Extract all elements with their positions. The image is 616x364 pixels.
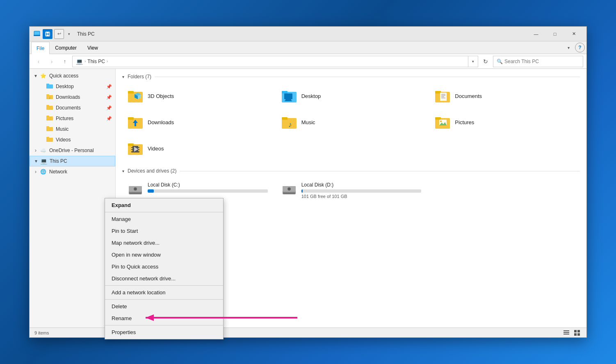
sidebar-item-onedrive[interactable]: › ☁️ OneDrive - Personal — [30, 145, 115, 156]
svg-rect-1 — [34, 35, 40, 36]
tab-computer[interactable]: Computer — [50, 41, 82, 54]
search-input[interactable] — [504, 59, 579, 64]
ctx-pin-quick-access[interactable]: Pin to Quick access — [105, 261, 223, 273]
svg-rect-3 — [46, 32, 49, 34]
ctx-rename[interactable]: Rename — [105, 312, 223, 324]
forward-button[interactable]: › — [46, 56, 57, 67]
svg-rect-55 — [138, 150, 139, 151]
svg-text:♪: ♪ — [288, 121, 292, 129]
drive-d-bar-fill — [301, 189, 303, 193]
pictures-icon — [434, 114, 451, 130]
ribbon-collapse-button[interactable]: ▾ — [564, 43, 573, 52]
sidebar-item-documents[interactable]: Documents 📌 — [30, 102, 115, 113]
minimize-button[interactable]: — — [527, 27, 545, 41]
ctx-expand[interactable]: Expand — [105, 199, 223, 211]
ctx-manage[interactable]: Manage — [105, 213, 223, 225]
svg-rect-6 — [46, 84, 49, 85]
tab-file[interactable]: File — [31, 42, 50, 54]
drive-d-free: 101 GB free of 101 GB — [301, 194, 422, 199]
sidebar-item-desktop[interactable]: Desktop 📌 — [30, 81, 115, 92]
folder-item-desktop[interactable]: Desktop — [276, 84, 427, 107]
svg-rect-64 — [283, 193, 295, 194]
close-button[interactable]: ✕ — [564, 27, 583, 41]
search-box[interactable]: 🔍 — [493, 56, 583, 67]
up-button[interactable]: ↑ — [59, 56, 71, 67]
svg-rect-51 — [131, 148, 132, 149]
ctx-open-new-window[interactable]: Open in new window — [105, 249, 223, 261]
folder-item-downloads[interactable]: Downloads — [122, 111, 273, 134]
svg-rect-59 — [130, 193, 141, 194]
svg-rect-70 — [574, 330, 577, 332]
svg-rect-68 — [564, 332, 569, 333]
svg-point-66 — [288, 188, 290, 190]
sidebar-label-network: Network — [49, 169, 67, 175]
refresh-button[interactable]: ↻ — [480, 56, 491, 67]
sidebar: ▾ ⭐ Quick access Desktop 📌 ↓ Downloads 📌 — [30, 69, 116, 328]
folder-item-documents[interactable]: Documents — [429, 84, 580, 107]
app-icon — [33, 30, 41, 38]
folder-label-3d-objects: 3D Objects — [148, 93, 174, 99]
quick-access-icon: ⭐ — [39, 72, 47, 80]
qat-save-button[interactable] — [43, 29, 52, 39]
svg-rect-26 — [284, 93, 292, 99]
path-dropdown-button[interactable]: ▾ — [468, 56, 478, 67]
folder-label-music: Music — [301, 119, 315, 125]
ctx-map-drive[interactable]: Map network drive... — [105, 237, 223, 249]
svg-rect-20 — [128, 91, 134, 93]
qat-undo-button[interactable]: ↩ — [54, 29, 64, 39]
sidebar-item-quick-access[interactable]: ▾ ⭐ Quick access — [30, 71, 115, 81]
title-bar-left: ↩ ▾ This PC — [33, 29, 527, 39]
help-button[interactable]: ? — [575, 43, 585, 52]
svg-rect-54 — [138, 148, 139, 149]
ctx-delete[interactable]: Delete — [105, 300, 223, 312]
path-pc-icon: 💻 — [76, 58, 83, 65]
desktop-folder-icon — [46, 83, 53, 90]
drive-d-name: Local Disk (D:) — [301, 182, 422, 188]
sidebar-item-videos[interactable]: Videos — [30, 134, 115, 145]
ctx-properties[interactable]: Properties — [105, 326, 223, 338]
ctx-disconnect[interactable]: Disconnect network drive... — [105, 273, 223, 284]
sidebar-item-network[interactable]: › 🌐 Network — [30, 166, 115, 177]
ribbon: File Computer View ▾ ? — [30, 41, 586, 54]
svg-rect-15 — [46, 126, 49, 128]
address-path[interactable]: 💻 › This PC › ▾ — [72, 56, 478, 67]
sidebar-item-this-pc[interactable]: ▾ 💻 This PC — [30, 156, 115, 166]
desktop-icon — [281, 88, 297, 104]
qat-dropdown-button[interactable]: ▾ — [66, 29, 72, 39]
drives-collapse-icon: ▾ — [122, 169, 124, 173]
svg-rect-4 — [46, 34, 49, 36]
folders-section-label: Folders (7) — [128, 74, 151, 80]
folder-item-videos[interactable]: Videos — [122, 137, 273, 160]
sidebar-label-this-pc: This PC — [50, 158, 67, 164]
folders-section-line — [155, 77, 580, 77]
folder-item-pictures[interactable]: Pictures — [429, 111, 580, 134]
ctx-add-network[interactable]: Add a network location — [105, 287, 223, 298]
back-button[interactable]: ‹ — [33, 56, 44, 67]
sidebar-item-pictures[interactable]: Pictures 📌 — [30, 113, 115, 124]
music-icon: ♪ — [281, 114, 297, 130]
ctx-divider-3 — [105, 299, 223, 300]
svg-rect-72 — [574, 333, 577, 336]
drives-section-label: Devices and drives (2) — [128, 168, 176, 174]
sidebar-item-downloads[interactable]: ↓ Downloads 📌 — [30, 92, 115, 102]
svg-rect-13 — [46, 116, 49, 117]
sidebar-item-music[interactable]: Music — [30, 124, 115, 134]
folder-label-pictures: Pictures — [455, 119, 474, 125]
folder-label-downloads: Downloads — [148, 119, 174, 125]
tab-view[interactable]: View — [82, 41, 103, 54]
details-view-button[interactable] — [562, 328, 571, 337]
drive-item-d[interactable]: Local Disk (D:) 101 GB free of 101 GB — [276, 179, 427, 202]
folder-item-3d-objects[interactable]: 3D Objects — [122, 84, 273, 107]
svg-rect-67 — [564, 330, 569, 331]
videos-icon — [127, 140, 144, 157]
path-separator: › — [84, 59, 86, 64]
ctx-pin-start[interactable]: Pin to Start — [105, 225, 223, 237]
sidebar-label-videos: Videos — [56, 137, 71, 143]
folder-item-music[interactable]: ♪ Music — [276, 111, 427, 134]
drive-c-name: Local Disk (C:) — [148, 182, 268, 188]
maximize-button[interactable]: □ — [545, 27, 564, 41]
tiles-view-button[interactable] — [573, 328, 582, 337]
svg-rect-53 — [138, 146, 139, 147]
window-title: This PC — [77, 31, 95, 37]
ctx-divider-2 — [105, 285, 223, 286]
